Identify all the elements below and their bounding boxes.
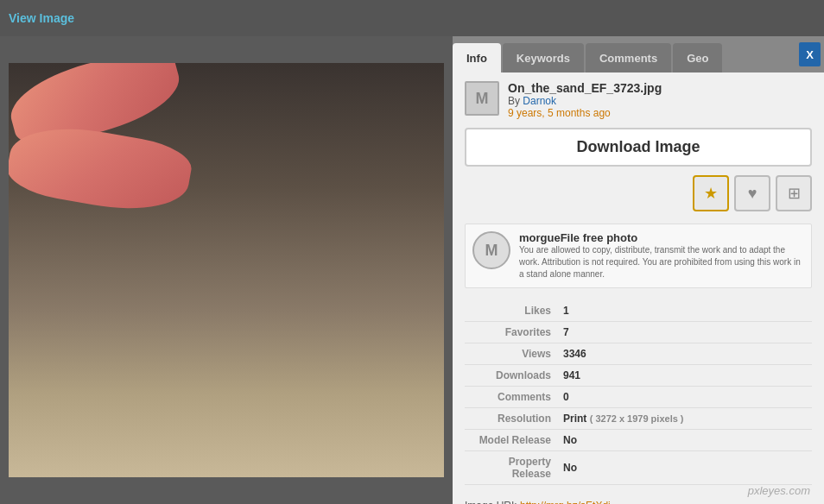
tabs-bar: Info Keywords Comments Geo X <box>453 36 824 72</box>
info-content: M On_the_sand_EF_3723.jpg By Darnok 9 ye… <box>453 72 824 504</box>
photo-container <box>9 63 444 477</box>
view-image-link[interactable]: View Image <box>9 11 74 25</box>
avatar: M <box>465 81 499 116</box>
tab-geo[interactable]: Geo <box>673 43 722 72</box>
file-header: M On_the_sand_EF_3723.jpg By Darnok 9 ye… <box>465 81 812 119</box>
license-text: morgueFile free photo You are allowed to… <box>519 231 804 280</box>
stat-value-model-release: No <box>560 430 812 451</box>
flipflop-right <box>9 117 195 220</box>
stat-row-property-release: Property Release No <box>465 451 812 485</box>
stat-label-favorites: Favorites <box>465 322 560 343</box>
by-label: By <box>508 95 520 107</box>
image-panel <box>0 36 453 504</box>
file-meta: On_the_sand_EF_3723.jpg By Darnok 9 year… <box>508 81 812 119</box>
stat-value-resolution: Print ( 3272 x 1979 pixels ) <box>560 408 812 430</box>
close-button[interactable]: X <box>799 42 821 66</box>
top-bar: View Image <box>0 0 824 36</box>
tab-keywords[interactable]: Keywords <box>503 43 584 72</box>
stat-label-comments: Comments <box>465 387 560 408</box>
stat-value-comments: 0 <box>560 387 812 408</box>
stat-value-favorites: 7 <box>560 322 812 343</box>
stats-table: Likes 1 Favorites 7 Views 3346 Downloads… <box>465 300 812 485</box>
download-button[interactable]: Download Image <box>465 128 812 167</box>
frame-button[interactable]: ⊞ <box>776 175 812 211</box>
stat-row-favorites: Favorites 7 <box>465 322 812 343</box>
file-by: By Darnok <box>508 95 812 107</box>
tab-info[interactable]: Info <box>453 43 501 72</box>
stat-value-views: 3346 <box>560 343 812 365</box>
license-description: You are allowed to copy, distribute, tra… <box>519 244 804 280</box>
stat-label-property-release: Property Release <box>465 451 560 485</box>
watermark: pxleyes.com <box>748 484 810 497</box>
stat-label-downloads: Downloads <box>465 365 560 387</box>
stat-value-likes: 1 <box>560 300 812 322</box>
stat-row-likes: Likes 1 <box>465 300 812 322</box>
stat-row-resolution: Resolution Print ( 3272 x 1979 pixels ) <box>465 408 812 430</box>
license-title: morgueFile free photo <box>519 231 804 244</box>
stat-value-property-release: No <box>560 451 812 485</box>
action-buttons: ★ ♥ ⊞ <box>465 175 812 211</box>
file-name: On_the_sand_EF_3723.jpg <box>508 81 812 95</box>
resolution-pixels: ( 3272 x 1979 pixels ) <box>590 413 684 424</box>
image-uri-label: Image URI: <box>465 500 517 504</box>
main-layout: Info Keywords Comments Geo X M On_the_sa… <box>0 36 824 504</box>
author-link[interactable]: Darnok <box>523 95 556 107</box>
stat-label-resolution: Resolution <box>465 408 560 430</box>
stat-label-likes: Likes <box>465 300 560 322</box>
image-uri-row: Image URI: http://mrg.bz/sEtXdj <box>465 497 812 504</box>
heart-button[interactable]: ♥ <box>734 175 770 211</box>
tab-comments[interactable]: Comments <box>586 43 671 72</box>
photo-image <box>9 63 444 477</box>
stat-label-views: Views <box>465 343 560 365</box>
stat-label-model-release: Model Release <box>465 430 560 451</box>
stat-row-views: Views 3346 <box>465 343 812 365</box>
stat-row-comments: Comments 0 <box>465 387 812 408</box>
file-time: 9 years, 5 months ago <box>508 107 812 119</box>
license-box: M morgueFile free photo You are allowed … <box>465 224 812 288</box>
stat-row-model-release: Model Release No <box>465 430 812 451</box>
star-button[interactable]: ★ <box>693 175 729 211</box>
stat-row-downloads: Downloads 941 <box>465 365 812 387</box>
uri-section: Image URI: http://mrg.bz/sEtXdj JPEG URI… <box>465 497 812 504</box>
license-logo: M <box>472 231 510 269</box>
info-panel: Info Keywords Comments Geo X M On_the_sa… <box>453 36 824 504</box>
image-uri-link[interactable]: http://mrg.bz/sEtXdj <box>520 500 611 504</box>
stat-value-downloads: 941 <box>560 365 812 387</box>
